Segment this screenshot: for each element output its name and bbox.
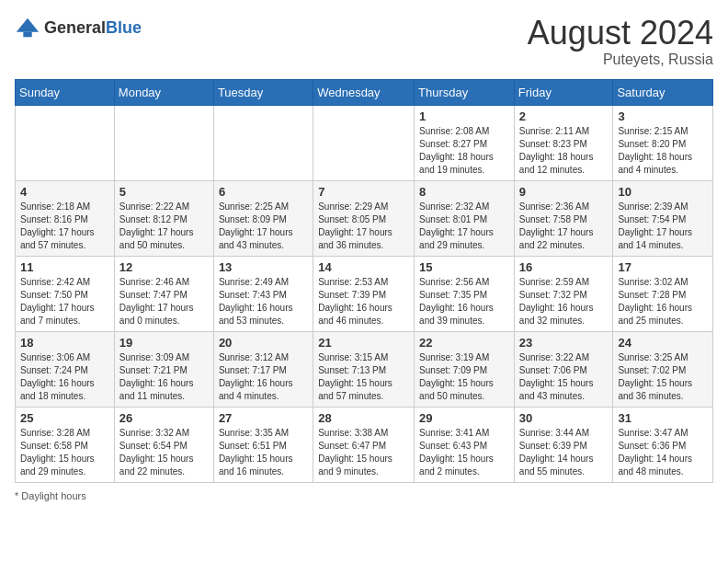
calendar-cell: 25Sunrise: 3:28 AMSunset: 6:58 PMDayligh…: [16, 407, 115, 482]
calendar-table: Sunday Monday Tuesday Wednesday Thursday…: [15, 79, 713, 483]
day-number: 9: [519, 185, 609, 199]
calendar-week-row: 1Sunrise: 2:08 AMSunset: 8:27 PMDaylight…: [16, 105, 713, 180]
day-info: Sunrise: 3:44 AMSunset: 6:39 PMDaylight:…: [519, 427, 609, 478]
day-number: 4: [20, 185, 109, 199]
calendar-cell: 21Sunrise: 3:15 AMSunset: 7:13 PMDayligh…: [313, 331, 415, 407]
day-number: 6: [219, 185, 308, 199]
day-number: 28: [318, 411, 409, 425]
calendar-cell: 8Sunrise: 2:32 AMSunset: 8:01 PMDaylight…: [415, 180, 515, 256]
svg-marker-0: [17, 18, 39, 32]
day-info: Sunrise: 2:32 AMSunset: 8:01 PMDaylight:…: [419, 201, 509, 252]
day-info: Sunrise: 3:47 AMSunset: 6:36 PMDaylight:…: [618, 427, 708, 478]
col-friday: Friday: [514, 79, 613, 105]
day-info: Sunrise: 3:12 AMSunset: 7:17 PMDaylight:…: [219, 351, 308, 403]
calendar-cell: 20Sunrise: 3:12 AMSunset: 7:17 PMDayligh…: [213, 331, 313, 407]
logo-text-blue: Blue: [106, 18, 142, 37]
day-info: Sunrise: 3:15 AMSunset: 7:13 PMDaylight:…: [318, 351, 409, 403]
day-info: Sunrise: 3:02 AMSunset: 7:28 PMDaylight:…: [618, 276, 708, 327]
day-info: Sunrise: 2:22 AMSunset: 8:12 PMDaylight:…: [119, 201, 209, 252]
calendar-cell: 11Sunrise: 2:42 AMSunset: 7:50 PMDayligh…: [16, 256, 115, 331]
calendar-cell: 4Sunrise: 2:18 AMSunset: 8:16 PMDaylight…: [16, 180, 115, 256]
calendar-cell: 29Sunrise: 3:41 AMSunset: 6:43 PMDayligh…: [415, 407, 515, 482]
col-saturday: Saturday: [613, 79, 713, 105]
day-info: Sunrise: 3:32 AMSunset: 6:54 PMDaylight:…: [119, 427, 209, 478]
calendar-cell: 1Sunrise: 2:08 AMSunset: 8:27 PMDaylight…: [415, 105, 515, 180]
day-number: 10: [618, 185, 708, 199]
calendar-cell: 28Sunrise: 3:38 AMSunset: 6:47 PMDayligh…: [313, 407, 415, 482]
day-info: Sunrise: 3:28 AMSunset: 6:58 PMDaylight:…: [20, 427, 109, 478]
day-number: 27: [219, 411, 308, 425]
day-number: 8: [419, 185, 509, 199]
calendar-cell: 3Sunrise: 2:15 AMSunset: 8:20 PMDaylight…: [613, 105, 713, 180]
col-wednesday: Wednesday: [313, 79, 415, 105]
day-number: 29: [419, 411, 509, 425]
day-number: 31: [618, 411, 708, 425]
calendar-cell: 19Sunrise: 3:09 AMSunset: 7:21 PMDayligh…: [114, 331, 213, 407]
day-number: 26: [119, 411, 209, 425]
day-number: 5: [119, 185, 209, 199]
day-info: Sunrise: 2:18 AMSunset: 8:16 PMDaylight:…: [20, 201, 109, 252]
logo: GeneralBlue: [15, 15, 142, 40]
calendar-header-row: Sunday Monday Tuesday Wednesday Thursday…: [16, 79, 713, 105]
calendar-cell: 12Sunrise: 2:46 AMSunset: 7:47 PMDayligh…: [114, 256, 213, 331]
page-header: GeneralBlue August 2024 Puteyets, Russia: [15, 15, 713, 68]
day-info: Sunrise: 3:35 AMSunset: 6:51 PMDaylight:…: [219, 427, 308, 478]
calendar-cell: 15Sunrise: 2:56 AMSunset: 7:35 PMDayligh…: [415, 256, 515, 331]
day-info: Sunrise: 2:49 AMSunset: 7:43 PMDaylight:…: [219, 276, 308, 327]
day-info: Sunrise: 3:19 AMSunset: 7:09 PMDaylight:…: [419, 351, 509, 403]
calendar-cell: 16Sunrise: 2:59 AMSunset: 7:32 PMDayligh…: [514, 256, 613, 331]
calendar-cell: 26Sunrise: 3:32 AMSunset: 6:54 PMDayligh…: [114, 407, 213, 482]
day-number: 18: [20, 336, 109, 350]
calendar-cell: 23Sunrise: 3:22 AMSunset: 7:06 PMDayligh…: [514, 331, 613, 407]
title-area: August 2024 Puteyets, Russia: [528, 15, 713, 68]
day-number: 20: [219, 336, 308, 350]
logo-text-general: General: [44, 18, 106, 37]
day-number: 2: [519, 109, 609, 123]
month-year-title: August 2024: [528, 15, 713, 52]
day-info: Sunrise: 2:59 AMSunset: 7:32 PMDaylight:…: [519, 276, 609, 327]
day-info: Sunrise: 3:41 AMSunset: 6:43 PMDaylight:…: [419, 427, 509, 478]
calendar-cell: 30Sunrise: 3:44 AMSunset: 6:39 PMDayligh…: [514, 407, 613, 482]
calendar-cell: 14Sunrise: 2:53 AMSunset: 7:39 PMDayligh…: [313, 256, 415, 331]
day-info: Sunrise: 2:15 AMSunset: 8:20 PMDaylight:…: [618, 125, 708, 177]
calendar-cell: 2Sunrise: 2:11 AMSunset: 8:23 PMDaylight…: [514, 105, 613, 180]
footer-note: * Daylight hours: [15, 490, 713, 501]
day-info: Sunrise: 2:53 AMSunset: 7:39 PMDaylight:…: [318, 276, 409, 327]
day-number: 13: [219, 260, 308, 274]
day-number: 23: [519, 336, 609, 350]
calendar-cell: 9Sunrise: 2:36 AMSunset: 7:58 PMDaylight…: [514, 180, 613, 256]
day-info: Sunrise: 3:38 AMSunset: 6:47 PMDaylight:…: [318, 427, 409, 478]
day-info: Sunrise: 3:22 AMSunset: 7:06 PMDaylight:…: [519, 351, 609, 403]
day-info: Sunrise: 2:08 AMSunset: 8:27 PMDaylight:…: [419, 125, 509, 177]
calendar-cell: [114, 105, 213, 180]
day-number: 3: [618, 109, 708, 123]
calendar-cell: 27Sunrise: 3:35 AMSunset: 6:51 PMDayligh…: [213, 407, 313, 482]
day-info: Sunrise: 3:09 AMSunset: 7:21 PMDaylight:…: [119, 351, 209, 403]
day-info: Sunrise: 2:42 AMSunset: 7:50 PMDaylight:…: [20, 276, 109, 327]
day-number: 21: [318, 336, 409, 350]
calendar-cell: 6Sunrise: 2:25 AMSunset: 8:09 PMDaylight…: [213, 180, 313, 256]
day-number: 19: [119, 336, 209, 350]
day-info: Sunrise: 3:25 AMSunset: 7:02 PMDaylight:…: [618, 351, 708, 403]
day-number: 15: [419, 260, 509, 274]
day-number: 16: [519, 260, 609, 274]
col-tuesday: Tuesday: [213, 79, 313, 105]
calendar-cell: 7Sunrise: 2:29 AMSunset: 8:05 PMDaylight…: [313, 180, 415, 256]
day-number: 17: [618, 260, 708, 274]
day-number: 14: [318, 260, 409, 274]
day-info: Sunrise: 2:25 AMSunset: 8:09 PMDaylight:…: [219, 201, 308, 252]
col-monday: Monday: [114, 79, 213, 105]
day-number: 7: [318, 185, 409, 199]
day-number: 30: [519, 411, 609, 425]
calendar-cell: [313, 105, 415, 180]
calendar-week-row: 11Sunrise: 2:42 AMSunset: 7:50 PMDayligh…: [16, 256, 713, 331]
calendar-cell: 5Sunrise: 2:22 AMSunset: 8:12 PMDaylight…: [114, 180, 213, 256]
day-number: 22: [419, 336, 509, 350]
location-subtitle: Puteyets, Russia: [528, 52, 713, 68]
footer-note-text: Daylight hours: [21, 490, 85, 501]
day-info: Sunrise: 2:29 AMSunset: 8:05 PMDaylight:…: [318, 201, 409, 252]
day-number: 24: [618, 336, 708, 350]
day-info: Sunrise: 2:11 AMSunset: 8:23 PMDaylight:…: [519, 125, 609, 177]
day-info: Sunrise: 2:46 AMSunset: 7:47 PMDaylight:…: [119, 276, 209, 327]
day-info: Sunrise: 2:56 AMSunset: 7:35 PMDaylight:…: [419, 276, 509, 327]
